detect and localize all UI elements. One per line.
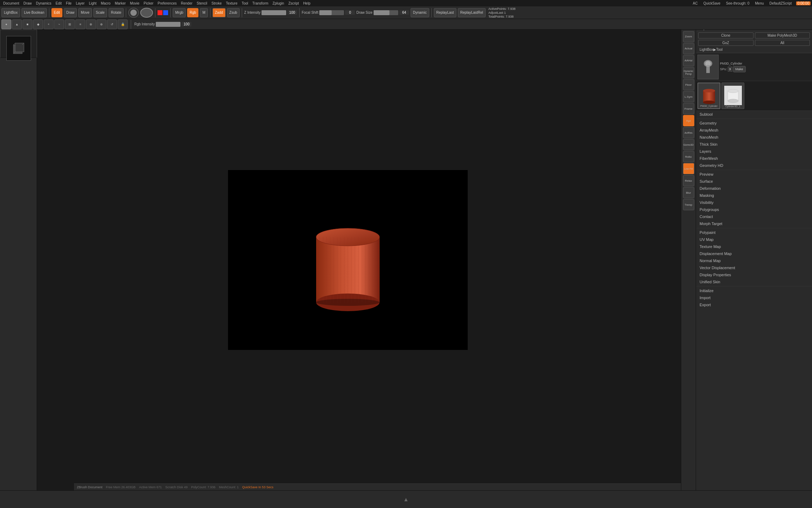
menu-zscript[interactable]: Zscript	[287, 1, 301, 6]
brush-icon-8[interactable]: ≡	[75, 19, 85, 29]
menu-label[interactable]: Menu	[753, 1, 765, 5]
tool-head-thumb[interactable]	[697, 55, 719, 79]
gizmo3d-icon-btn[interactable]: Gizmo3D	[683, 139, 694, 150]
menu-draw[interactable]: Draw	[22, 1, 33, 6]
menu-stroke[interactable]: Stroke	[210, 1, 223, 6]
menu-zplugin[interactable]: Zplugin	[271, 1, 286, 6]
all-item[interactable]: All	[755, 40, 810, 46]
actual-icon-btn[interactable]: Actual	[683, 43, 694, 54]
lsym-icon-btn[interactable]: L.Sym	[683, 91, 694, 102]
polypaint-btn[interactable]: Polypaint	[696, 229, 812, 236]
arraymesh-btn[interactable]: ArrayMesh	[696, 127, 812, 134]
actres-icon-btn[interactable]: ActRes	[683, 127, 694, 138]
displacement-map-btn[interactable]: Displacement Map	[696, 250, 812, 257]
brush-icon-7[interactable]: ⊞	[65, 19, 75, 29]
menu-tool[interactable]: Tool	[240, 1, 250, 6]
visibility-btn[interactable]: Visibility	[696, 199, 812, 206]
brush-icon-1[interactable]: ●	[1, 19, 11, 29]
display-properties-btn[interactable]: Display Properties	[696, 271, 812, 278]
masking-btn[interactable]: Masking	[696, 192, 812, 199]
zoom-icon-btn[interactable]: Zoom	[683, 31, 694, 42]
focal-shift-slider[interactable]	[319, 10, 344, 15]
mrgb-button[interactable]: Mrgb	[173, 8, 186, 17]
draw-size-slider[interactable]	[374, 10, 398, 15]
brush-icon-3[interactable]: ■	[23, 19, 32, 29]
menu-macro[interactable]: Macro	[99, 1, 112, 6]
scale-button[interactable]: Scale	[93, 8, 107, 17]
thick-skin-btn[interactable]: Thick Skin	[696, 141, 812, 148]
dynpersp-icon-btn[interactable]: Dynamic Persp	[683, 67, 694, 78]
contact-btn[interactable]: Contact	[696, 213, 812, 220]
menu-stencil[interactable]: Stencil	[195, 1, 209, 6]
rotac-icon-btn[interactable]: RotAc	[683, 151, 694, 162]
lightbox-tool-item[interactable]: LightBox▶Tool	[696, 47, 812, 53]
menu-picker[interactable]: Picker	[142, 1, 155, 6]
menu-help[interactable]: Help	[301, 1, 312, 6]
clone-item[interactable]: Clone	[698, 32, 753, 38]
rotate-button[interactable]: Rotate	[109, 8, 124, 17]
zadd-button[interactable]: Zadd	[213, 8, 226, 17]
texture-map-btn[interactable]: Texture Map	[696, 243, 812, 250]
menu-texture[interactable]: Texture	[224, 1, 239, 6]
surface-btn[interactable]: Surface	[696, 178, 812, 185]
unified-skin-btn[interactable]: Unified Skin	[696, 278, 812, 285]
layers-btn[interactable]: Layers	[696, 148, 812, 155]
move-button[interactable]: Move	[78, 8, 92, 17]
zsub-button[interactable]: Zsub	[227, 8, 240, 17]
polygroups-btn[interactable]: Polygroups	[696, 206, 812, 213]
menu-render[interactable]: Render	[179, 1, 194, 6]
cylinder3d-1-thumb[interactable]: Cylinder3D_1	[721, 83, 744, 109]
initialize-btn[interactable]: Initialize	[696, 287, 812, 294]
bottom-arrow[interactable]: ▲	[403, 496, 409, 503]
lightbox-button[interactable]: LightBox	[1, 8, 20, 17]
brush-icon-9[interactable]: ⊗	[86, 19, 96, 29]
blur-icon-btn[interactable]: Blur	[683, 187, 694, 198]
replay-last-rel-button[interactable]: ReplayLastRel	[458, 8, 486, 17]
menu-layer[interactable]: Layer	[74, 1, 86, 6]
deformation-btn[interactable]: Deformation	[696, 185, 812, 192]
menu-transform[interactable]: Transform	[251, 1, 270, 6]
menu-marker[interactable]: Marker	[113, 1, 128, 6]
brush-icon-10[interactable]: ⊕	[97, 19, 106, 29]
draw-button[interactable]: Draw	[64, 8, 77, 17]
brush-icon-2[interactable]: ▲	[12, 19, 22, 29]
nanomesh-btn[interactable]: NanoMesh	[696, 134, 812, 141]
transp-icon-btn[interactable]: Transp	[683, 199, 694, 210]
replay-last-button[interactable]: ReplayLast	[434, 8, 456, 17]
rgb-button[interactable]: Rgb	[187, 8, 198, 17]
live-boolean-button[interactable]: Live Boolean	[21, 8, 47, 17]
geometry-hd-btn[interactable]: Geometry HD	[696, 162, 812, 169]
geometry-btn[interactable]: Geometry	[696, 120, 812, 127]
menu-preferences[interactable]: Preferences	[156, 1, 178, 6]
xyz-icon-btn[interactable]: Xyz	[683, 115, 694, 126]
fibermesh-btn[interactable]: FiberMesh	[696, 155, 812, 162]
brush-icon-11[interactable]: ↺	[107, 19, 117, 29]
aahal-icon-btn[interactable]: AAHal	[683, 55, 694, 66]
menu-document[interactable]: Document	[1, 1, 21, 6]
cube-thumbnail[interactable]	[6, 36, 31, 61]
menu-edit[interactable]: Edit	[54, 1, 63, 6]
canvas-area[interactable]	[228, 170, 468, 350]
color-swatch-blue[interactable]	[163, 10, 168, 15]
export-btn[interactable]: Export	[696, 301, 812, 308]
frame-icon-btn[interactable]: Frame	[683, 103, 694, 114]
thumbnail-area[interactable]	[0, 30, 37, 58]
linefill-icon-btn[interactable]: Line Fill	[683, 163, 694, 174]
symmetry-button[interactable]	[140, 8, 153, 18]
rgb-intensity-slider[interactable]	[156, 22, 180, 27]
brush-icon-6[interactable]: ~	[54, 19, 64, 29]
dynamic-button[interactable]: Dynamic	[411, 8, 429, 17]
brush-size-preview[interactable]	[128, 8, 139, 18]
z-intensity-slider[interactable]	[262, 10, 286, 15]
make-polymesh-item[interactable]: Make PolyMesh3D	[755, 32, 810, 38]
normal-map-btn[interactable]: Normal Map	[696, 257, 812, 264]
brush-icon-5[interactable]: +	[44, 19, 54, 29]
m-button[interactable]: M	[200, 8, 208, 17]
import-menu-btn[interactable]: Import	[696, 294, 812, 301]
menu-movie[interactable]: Movie	[128, 1, 141, 6]
subtool-btn[interactable]: Subtool	[696, 111, 812, 118]
menu-file[interactable]: File	[64, 1, 73, 6]
menu-dynamics[interactable]: Dynamics	[34, 1, 53, 6]
menu-light[interactable]: Light	[87, 1, 98, 6]
relax-icon-btn[interactable]: Relax	[683, 175, 694, 186]
